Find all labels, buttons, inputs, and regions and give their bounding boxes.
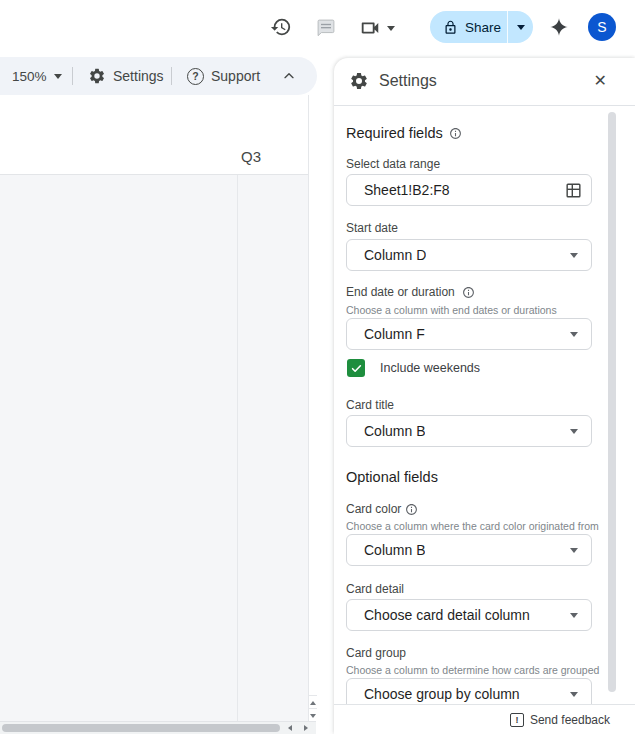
help-icon: ? xyxy=(187,68,204,85)
optional-fields-label: Optional fields xyxy=(346,469,438,485)
card-title-select[interactable]: Column B xyxy=(346,415,592,447)
chevron-down-icon xyxy=(570,429,578,434)
lock-icon xyxy=(443,20,458,35)
feedback-icon: ! xyxy=(510,713,524,727)
chevron-down-icon xyxy=(570,692,578,697)
share-menu-button[interactable] xyxy=(508,11,533,43)
gear-icon xyxy=(349,71,369,91)
comment-icon xyxy=(316,18,336,38)
data-range-value: Sheet1!B2:F8 xyxy=(364,182,450,198)
info-icon[interactable] xyxy=(405,503,418,516)
quarter-label: Q3 xyxy=(241,148,261,165)
include-weekends-label: Include weekends xyxy=(380,361,480,375)
scroll-up-button[interactable] xyxy=(309,695,317,709)
settings-toolbar-label: Settings xyxy=(113,68,164,84)
settings-panel-header: Settings ✕ xyxy=(334,58,635,106)
card-title-label: Card title xyxy=(346,398,394,412)
account-avatar[interactable]: S xyxy=(588,13,616,41)
settings-panel-content: Required fields Select data range Sheet1… xyxy=(334,105,635,705)
data-range-label: Select data range xyxy=(346,157,440,171)
info-icon[interactable] xyxy=(449,127,462,140)
support-label: Support xyxy=(211,68,260,84)
end-date-label-text: End date or duration xyxy=(346,285,455,299)
triangle-left-icon xyxy=(288,725,292,731)
triangle-up-icon xyxy=(310,701,316,705)
checkmark-icon xyxy=(352,365,360,370)
include-weekends-row: Include weekends xyxy=(334,359,635,377)
share-divider xyxy=(507,11,508,43)
timeline-gridline xyxy=(237,175,238,721)
toolbar-divider xyxy=(72,67,73,85)
card-detail-select[interactable]: Choose card detail column xyxy=(346,599,592,631)
panel-footer: ! Send feedback xyxy=(334,704,635,734)
panel-title: Settings xyxy=(379,72,437,90)
history-icon xyxy=(270,16,292,38)
send-feedback-link[interactable]: Send feedback xyxy=(530,713,610,727)
end-date-select[interactable]: Column F xyxy=(346,318,592,350)
triangle-right-icon xyxy=(304,725,308,731)
data-range-input[interactable]: Sheet1!B2:F8 xyxy=(346,174,592,206)
sheet-horizontal-scrollbar[interactable] xyxy=(0,721,316,734)
timeline-canvas[interactable] xyxy=(0,175,308,721)
card-color-label: Card color xyxy=(346,502,418,516)
card-detail-label: Card detail xyxy=(346,582,404,596)
card-title-value: Column B xyxy=(364,423,425,439)
gemini-sparkle-icon xyxy=(549,17,569,37)
panel-scrollbar-thumb[interactable] xyxy=(608,112,616,692)
collapse-toolbar-button[interactable] xyxy=(281,57,297,95)
comments-button[interactable] xyxy=(316,18,336,38)
version-history-button[interactable] xyxy=(270,16,292,38)
topbar: Share S xyxy=(0,0,635,57)
scroll-left-button[interactable] xyxy=(282,722,297,734)
share-main[interactable]: Share xyxy=(430,20,507,35)
zoom-level-value: 150% xyxy=(12,69,47,84)
chevron-down-icon xyxy=(570,613,578,618)
share-button[interactable]: Share xyxy=(430,11,533,43)
video-camera-icon xyxy=(359,17,381,39)
required-fields-label: Required fields xyxy=(346,125,443,141)
end-date-value: Column F xyxy=(364,326,425,342)
card-color-label-text: Card color xyxy=(346,502,401,516)
card-color-select[interactable]: Column B xyxy=(346,534,592,566)
optional-fields-heading: Optional fields xyxy=(346,469,438,485)
start-date-value: Column D xyxy=(364,247,426,263)
settings-button[interactable]: Settings xyxy=(88,57,164,95)
share-label: Share xyxy=(465,20,501,35)
support-button[interactable]: ? Support xyxy=(187,57,260,95)
end-date-label: End date or duration xyxy=(346,285,475,299)
chevron-down-icon xyxy=(570,548,578,553)
card-detail-value: Choose card detail column xyxy=(364,607,530,623)
card-group-select[interactable]: Choose group by column xyxy=(346,678,592,705)
chevron-down-icon xyxy=(570,253,578,258)
scroll-down-button[interactable] xyxy=(309,708,317,722)
end-date-helper: Choose a column with end dates or durati… xyxy=(346,304,557,316)
close-icon[interactable]: ✕ xyxy=(594,71,607,91)
card-color-value: Column B xyxy=(364,542,425,558)
card-group-value: Choose group by column xyxy=(364,686,520,702)
start-date-select[interactable]: Column D xyxy=(346,239,592,271)
card-group-label: Card group xyxy=(346,646,406,660)
meet-button[interactable] xyxy=(359,17,395,39)
horizontal-scroll-thumb[interactable] xyxy=(2,724,280,732)
timeline-header-row: Q3 xyxy=(0,95,308,175)
chevron-down-icon xyxy=(54,74,62,79)
include-weekends-checkbox[interactable] xyxy=(347,359,365,377)
settings-panel: Settings ✕ Required fields Select data r… xyxy=(334,58,635,734)
sheet-vertical-scrollbar[interactable] xyxy=(308,95,317,721)
grid-range-picker-icon[interactable] xyxy=(564,181,583,200)
chevron-down-icon xyxy=(517,25,525,30)
timeline-toolbar: 150% Settings ? Support xyxy=(0,57,317,95)
card-color-helper: Choose a column where the card color ori… xyxy=(346,520,599,532)
toolbar-divider xyxy=(171,67,172,85)
gear-icon xyxy=(88,67,106,85)
info-icon[interactable] xyxy=(462,286,475,299)
chevron-down-icon xyxy=(570,332,578,337)
zoom-select[interactable]: 150% xyxy=(12,57,62,95)
scroll-right-button[interactable] xyxy=(298,722,313,734)
start-date-label: Start date xyxy=(346,221,398,235)
meet-dropdown-caret-icon[interactable] xyxy=(387,26,395,31)
gemini-button[interactable] xyxy=(549,17,569,37)
required-fields-heading: Required fields xyxy=(346,125,462,141)
triangle-down-icon xyxy=(310,714,316,718)
chevron-up-icon xyxy=(281,68,297,84)
